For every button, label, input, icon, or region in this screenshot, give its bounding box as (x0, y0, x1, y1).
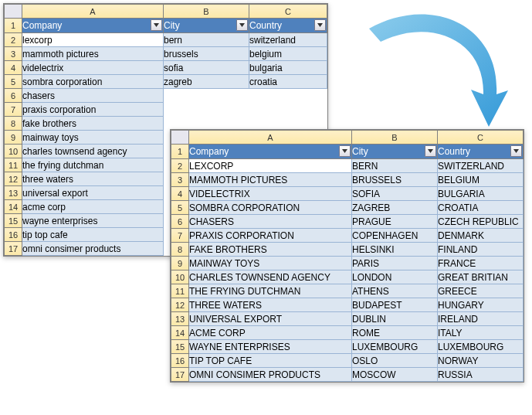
col-header-b[interactable]: B (352, 131, 438, 145)
row-header[interactable]: 1 (5, 19, 22, 33)
cell[interactable]: RUSSIA (438, 368, 524, 382)
col-header-c[interactable]: C (438, 131, 524, 145)
row-header[interactable]: 11 (171, 284, 189, 298)
cell[interactable]: LUXEMBOURG (438, 340, 524, 354)
row-header[interactable]: 5 (171, 201, 189, 215)
filter-dropdown-button[interactable] (314, 19, 326, 31)
cell[interactable]: NORWAY (438, 354, 524, 368)
header-city[interactable]: City (164, 19, 249, 33)
cell[interactable]: praxis corporation (22, 103, 164, 117)
row-header[interactable]: 6 (171, 215, 189, 229)
cell[interactable]: LONDON (352, 270, 438, 284)
row-header[interactable]: 10 (171, 270, 189, 284)
row-header[interactable]: 3 (171, 173, 189, 187)
row-header[interactable]: 1 (171, 145, 189, 159)
select-all-corner[interactable] (171, 131, 189, 145)
cell[interactable]: ACME CORP (189, 326, 352, 340)
cell[interactable]: GREAT BRITIAN (438, 270, 524, 284)
row-header[interactable]: 2 (171, 159, 189, 173)
col-header-a[interactable]: A (189, 131, 352, 145)
row-header[interactable]: 7 (5, 103, 22, 117)
cell[interactable]: PARIS (352, 257, 438, 270)
cell[interactable]: bulgaria (249, 61, 327, 75)
cell[interactable]: acme corp (22, 200, 164, 214)
cell[interactable]: videlectrix (22, 61, 164, 75)
cell[interactable]: chasers (22, 89, 164, 103)
filter-dropdown-button[interactable] (151, 19, 162, 31)
filter-dropdown-button[interactable] (425, 145, 436, 157)
cell[interactable]: CZECH REPUBLIC (438, 215, 524, 229)
row-header[interactable]: 14 (171, 326, 189, 340)
header-company[interactable]: Company (22, 19, 164, 33)
cell[interactable]: sofia (164, 61, 249, 75)
row-header[interactable]: 13 (5, 186, 22, 200)
cell[interactable]: VIDELECTRIX (189, 187, 352, 201)
row-header[interactable]: 16 (5, 228, 22, 242)
row-header[interactable]: 3 (5, 47, 22, 61)
cell[interactable]: lexcorp (22, 33, 164, 47)
cell[interactable]: FRANCE (438, 257, 524, 270)
cell[interactable]: tip top cafe (22, 228, 164, 242)
cell[interactable]: PRAGUE (352, 215, 438, 229)
cell[interactable]: mammoth pictures (22, 47, 164, 61)
cell[interactable]: BRUSSELS (352, 173, 438, 187)
row-header[interactable]: 15 (5, 214, 22, 228)
cell[interactable]: charles townsend agency (22, 145, 164, 158)
row-header[interactable]: 7 (171, 229, 189, 243)
col-header-c[interactable]: C (249, 5, 327, 19)
row-header[interactable]: 2 (5, 33, 22, 47)
cell[interactable]: fake brothers (22, 117, 164, 131)
cell[interactable]: universal export (22, 186, 164, 200)
cell[interactable]: mainway toys (22, 131, 164, 145)
row-header[interactable]: 11 (5, 158, 22, 172)
header-country[interactable]: Country (438, 145, 524, 159)
cell[interactable]: ZAGREB (352, 201, 438, 215)
cell[interactable]: THE FRYING DUTCHMAN (189, 284, 352, 298)
cell[interactable]: UNIVERSAL EXPORT (189, 312, 352, 326)
cell[interactable]: ROME (352, 326, 438, 340)
cell[interactable]: the frying dutchman (22, 158, 164, 172)
col-header-b[interactable]: B (164, 5, 249, 19)
cell[interactable]: THREE WATERS (189, 298, 352, 312)
row-header[interactable]: 16 (171, 354, 189, 368)
row-header[interactable]: 8 (171, 243, 189, 257)
cell[interactable]: OMNI CONSIMER PRODUCTS (189, 368, 352, 382)
row-header[interactable]: 10 (5, 145, 22, 158)
cell[interactable]: CHARLES TOWNSEND AGENCY (189, 270, 352, 284)
row-header[interactable]: 9 (5, 131, 22, 145)
cell[interactable]: SOFIA (352, 187, 438, 201)
header-country[interactable]: Country (249, 19, 327, 33)
cell[interactable]: LEXCORP (189, 159, 352, 173)
cell[interactable]: FINLAND (438, 243, 524, 257)
cell[interactable]: IRELAND (438, 312, 524, 326)
cell[interactable]: three waters (22, 172, 164, 186)
cell[interactable]: FAKE BROTHERS (189, 243, 352, 257)
row-header[interactable]: 15 (171, 340, 189, 354)
cell[interactable]: TIP TOP CAFE (189, 354, 352, 368)
cell[interactable]: MAMMOTH PICTURES (189, 173, 352, 187)
row-header[interactable]: 14 (5, 200, 22, 214)
row-header[interactable]: 8 (5, 117, 22, 131)
cell[interactable]: COPENHAGEN (352, 229, 438, 243)
filter-dropdown-button[interactable] (339, 145, 351, 157)
cell[interactable]: OSLO (352, 354, 438, 368)
cell[interactable]: ATHENS (352, 284, 438, 298)
cell[interactable]: DUBLIN (352, 312, 438, 326)
cell[interactable]: BUDAPEST (352, 298, 438, 312)
row-header[interactable]: 4 (5, 61, 22, 75)
cell[interactable]: CHASERS (189, 215, 352, 229)
cell[interactable]: brussels (164, 47, 249, 61)
grid[interactable]: A B C 1CompanyCityCountry2LEXCORPBERNSWI… (171, 130, 524, 382)
cell[interactable]: BULGARIA (438, 187, 524, 201)
cell[interactable]: ITALY (438, 326, 524, 340)
cell[interactable]: LUXEMBOURG (352, 340, 438, 354)
row-header[interactable]: 13 (171, 312, 189, 326)
filter-dropdown-button[interactable] (510, 145, 522, 157)
cell[interactable]: HELSINKI (352, 243, 438, 257)
row-header[interactable]: 9 (171, 257, 189, 270)
select-all-corner[interactable] (5, 5, 22, 19)
cell[interactable]: SOMBRA CORPORATION (189, 201, 352, 215)
cell[interactable]: HUNGARY (438, 298, 524, 312)
cell[interactable]: WAYNE ENTERPRISES (189, 340, 352, 354)
cell[interactable]: MOSCOW (352, 368, 438, 382)
